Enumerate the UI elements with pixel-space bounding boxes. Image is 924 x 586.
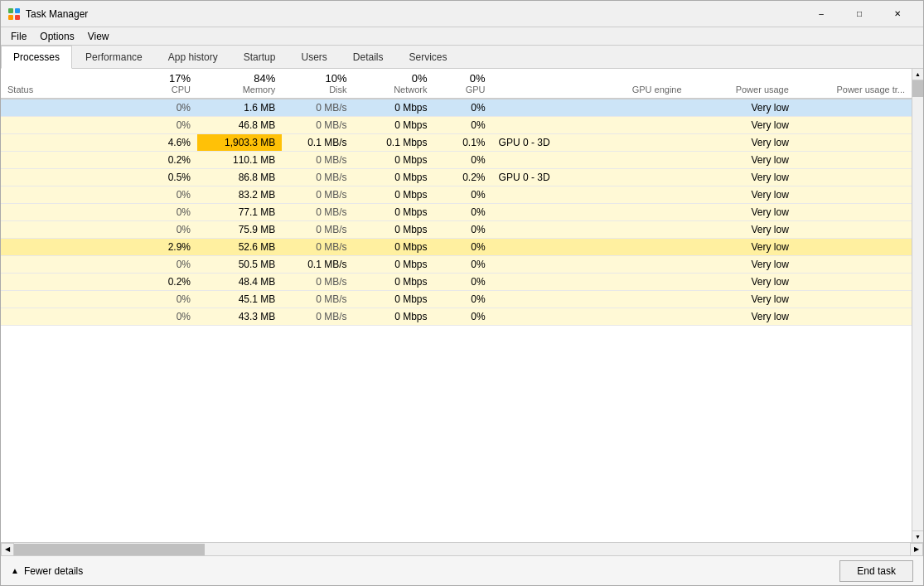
header-status-label[interactable]: Status <box>1 85 126 99</box>
scroll-track[interactable] <box>14 543 910 556</box>
end-task-button[interactable]: End task <box>839 560 913 582</box>
cell-gpu: 0% <box>434 221 492 239</box>
tab-startup[interactable]: Startup <box>231 46 288 68</box>
tab-details[interactable]: Details <box>341 46 396 68</box>
table-row[interactable]: 4.6% 1,903.3 MB 0.1 MB/s 0.1 Mbps 0.1% G… <box>1 134 912 152</box>
cell-status <box>1 134 126 152</box>
cell-power: Very low <box>689 134 796 152</box>
cell-network: 0 Mbps <box>354 291 434 308</box>
svg-rect-3 <box>15 15 20 20</box>
cell-cpu: 0.2% <box>126 274 197 291</box>
menu-view[interactable]: View <box>81 29 116 44</box>
cell-power: Very low <box>689 291 796 308</box>
cell-disk: 0 MB/s <box>282 186 353 204</box>
tab-app-history[interactable]: App history <box>156 46 230 68</box>
table-row[interactable]: 0% 43.3 MB 0 MB/s 0 Mbps 0% Very low <box>1 308 912 326</box>
table-header: 17% 84% 10% 0% 0% Status <box>1 69 912 99</box>
cell-status <box>1 221 126 239</box>
header-gpu-pct[interactable]: 0% <box>434 69 492 85</box>
svg-rect-2 <box>8 15 13 20</box>
scroll-thumb[interactable] <box>912 80 923 97</box>
scroll-right-button[interactable]: ▶ <box>910 543 923 556</box>
cell-gpu-engine <box>492 204 689 221</box>
tab-services[interactable]: Services <box>397 46 460 68</box>
header-memory-pct[interactable]: 84% <box>197 69 282 85</box>
table-row[interactable]: 0.2% 48.4 MB 0 MB/s 0 Mbps 0% Very low <box>1 274 912 291</box>
header-network-pct[interactable]: 0% <box>354 69 434 85</box>
header-cpu-label[interactable]: CPU <box>126 85 197 99</box>
table-row[interactable]: 0.2% 110.1 MB 0 MB/s 0 Mbps 0% Very low <box>1 152 912 169</box>
cell-gpu: 0% <box>434 256 492 274</box>
table-row[interactable]: 0% 75.9 MB 0 MB/s 0 Mbps 0% Very low <box>1 221 912 239</box>
menu-options[interactable]: Options <box>33 29 80 44</box>
table-row[interactable]: 0% 45.1 MB 0 MB/s 0 Mbps 0% Very low <box>1 291 912 308</box>
cell-gpu: 0% <box>434 204 492 221</box>
cell-disk: 0 MB/s <box>282 204 353 221</box>
header-disk-pct[interactable]: 10% <box>282 69 353 85</box>
cell-memory: 1.6 MB <box>197 99 282 117</box>
chevron-up-icon: ▲ <box>11 566 19 575</box>
scroll-up-button[interactable]: ▲ <box>912 69 923 80</box>
header-gpu-label[interactable]: GPU <box>434 85 492 99</box>
table-row[interactable]: 0% 83.2 MB 0 MB/s 0 Mbps 0% Very low <box>1 186 912 204</box>
maximize-button[interactable]: □ <box>840 1 878 27</box>
header-network-label[interactable]: Network <box>354 85 434 99</box>
horizontal-scroll-thumb[interactable] <box>14 544 205 555</box>
cell-power: Very low <box>689 274 796 291</box>
cell-power-tr <box>796 186 912 204</box>
tab-processes[interactable]: Processes <box>1 46 72 69</box>
cell-gpu: 0% <box>434 186 492 204</box>
vertical-scrollbar[interactable]: ▲ ▼ <box>912 69 923 542</box>
cell-gpu: 0.2% <box>434 169 492 186</box>
cell-gpu: 0% <box>434 291 492 308</box>
table-row[interactable]: 0% 50.5 MB 0.1 MB/s 0 Mbps 0% Very low <box>1 256 912 274</box>
table-row[interactable]: 0% 77.1 MB 0 MB/s 0 Mbps 0% Very low <box>1 204 912 221</box>
cell-network: 0 Mbps <box>354 117 434 134</box>
cell-power-tr <box>796 239 912 256</box>
cell-disk: 0 MB/s <box>282 117 353 134</box>
app-icon <box>7 7 21 21</box>
cell-gpu-engine <box>492 152 689 169</box>
header-gpu-engine-label[interactable]: GPU engine <box>492 85 689 99</box>
horizontal-scrollbar[interactable]: ◀ ▶ <box>1 542 923 555</box>
header-power-label[interactable]: Power usage <box>689 85 796 99</box>
tab-users[interactable]: Users <box>288 46 339 68</box>
cell-power: Very low <box>689 204 796 221</box>
table-row[interactable]: 2.9% 52.6 MB 0 MB/s 0 Mbps 0% Very low <box>1 239 912 256</box>
cell-cpu: 0% <box>126 204 197 221</box>
fewer-details-button[interactable]: ▲ Fewer details <box>11 565 83 577</box>
table-row[interactable]: 0% 46.8 MB 0 MB/s 0 Mbps 0% Very low <box>1 117 912 134</box>
cell-power: Very low <box>689 169 796 186</box>
header-disk-label[interactable]: Disk <box>282 85 353 99</box>
table-row[interactable]: 0.5% 86.8 MB 0 MB/s 0 Mbps 0.2% GPU 0 - … <box>1 169 912 186</box>
cell-memory: 50.5 MB <box>197 256 282 274</box>
scroll-down-button[interactable]: ▼ <box>912 530 923 542</box>
cell-memory: 45.1 MB <box>197 291 282 308</box>
header-power-tr-label[interactable]: Power usage tr... <box>796 85 912 99</box>
cell-power-tr <box>796 152 912 169</box>
data-table: 0% 1.6 MB 0 MB/s 0 Mbps 0% Very low 0% 4… <box>1 99 912 326</box>
cell-gpu-engine <box>492 291 689 308</box>
tab-performance[interactable]: Performance <box>73 46 155 68</box>
cell-disk: 0 MB/s <box>282 169 353 186</box>
window-controls: – □ ✕ <box>802 1 917 27</box>
cell-disk: 0 MB/s <box>282 239 353 256</box>
cell-network: 0 Mbps <box>354 274 434 291</box>
tabs-bar: Processes Performance App history Startu… <box>1 46 923 69</box>
cell-cpu: 0% <box>126 117 197 134</box>
menu-file[interactable]: File <box>4 29 33 44</box>
cell-gpu-engine: GPU 0 - 3D <box>492 134 689 152</box>
scroll-left-button[interactable]: ◀ <box>1 543 14 556</box>
cell-cpu: 0.2% <box>126 152 197 169</box>
minimize-button[interactable]: – <box>802 1 840 27</box>
close-button[interactable]: ✕ <box>878 1 917 27</box>
cell-gpu-engine <box>492 274 689 291</box>
cell-power-tr <box>796 117 912 134</box>
cell-memory: 77.1 MB <box>197 204 282 221</box>
table-row[interactable]: 0% 1.6 MB 0 MB/s 0 Mbps 0% Very low <box>1 99 912 117</box>
cell-memory: 83.2 MB <box>197 186 282 204</box>
window-title: Task Manager <box>26 8 802 20</box>
header-memory-label[interactable]: Memory <box>197 85 282 99</box>
cell-memory: 75.9 MB <box>197 221 282 239</box>
header-cpu-pct[interactable]: 17% <box>126 69 197 85</box>
